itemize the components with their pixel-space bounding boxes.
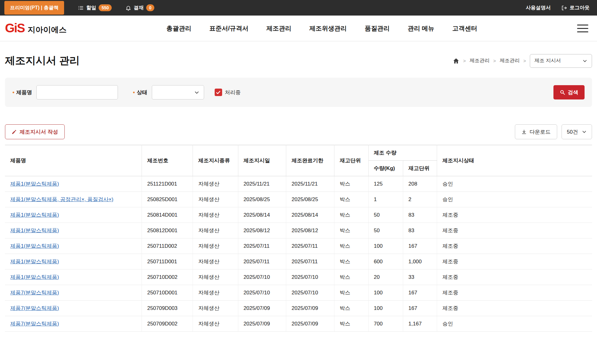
todo-menu[interactable]: 할일 550 bbox=[78, 4, 111, 11]
cell-order-date: 2025/07/09 bbox=[238, 301, 286, 316]
breadcrumb-separator: > bbox=[463, 58, 466, 63]
download-button[interactable]: 다운로드 bbox=[515, 124, 557, 139]
cell-qty-unit: 167 bbox=[403, 301, 437, 316]
cell-stock-unit: 박스 bbox=[334, 192, 368, 207]
nav-item-standards[interactable]: 표준서/규격서 bbox=[209, 24, 249, 33]
approval-menu[interactable]: 결재 0 bbox=[125, 4, 154, 11]
breadcrumb-page-select[interactable]: 제조 지시서 bbox=[530, 54, 592, 68]
topbar: 프리미엄(PT) | 총괄책 할일 550 결재 0 사용설명서 bbox=[0, 0, 597, 16]
logout-link[interactable]: 로그아웃 bbox=[561, 5, 590, 11]
approval-label: 결재 bbox=[134, 5, 144, 11]
cell-order-date: 2025/11/21 bbox=[238, 176, 286, 192]
processing-checkbox-wrap[interactable]: 처리중 bbox=[215, 89, 241, 96]
cell-status: 승인 bbox=[437, 316, 592, 332]
cell-qty-unit: 167 bbox=[403, 285, 437, 301]
logo-name: 지아이에스 bbox=[28, 25, 67, 35]
col-header-qty-unit: 재고단위 bbox=[403, 161, 437, 176]
product-link[interactable]: 제품1(분말스틱제품) bbox=[10, 228, 59, 233]
nav-item-quality[interactable]: 품질관리 bbox=[365, 24, 389, 33]
cell-order-type: 자체생산 bbox=[193, 301, 238, 316]
product-name-input[interactable] bbox=[36, 85, 118, 99]
premium-badge[interactable]: 프리미엄(PT) | 총괄책 bbox=[4, 1, 64, 15]
cell-order-no: 250812D001 bbox=[142, 223, 193, 238]
col-header-stock-unit: 재고단위 bbox=[334, 145, 368, 176]
nav-item-hygiene[interactable]: 제조위생관리 bbox=[309, 24, 347, 33]
cell-due-date: 2025/07/09 bbox=[286, 316, 334, 332]
status-select[interactable] bbox=[152, 85, 204, 99]
cell-qty-kg: 50 bbox=[368, 223, 403, 238]
hamburger-menu-icon[interactable] bbox=[577, 25, 588, 32]
cell-order-date: 2025/07/09 bbox=[238, 316, 286, 332]
product-link[interactable]: 제품1(분말스틱제품) bbox=[10, 243, 59, 249]
col-header-status: 제조지시상태 bbox=[437, 145, 592, 176]
cell-due-date: 2025/07/09 bbox=[286, 301, 334, 316]
table-row: 제품7(분말스틱제품)250709D002자체생산2025/07/092025/… bbox=[5, 316, 592, 332]
product-link[interactable]: 제품1(분말스틱제품) bbox=[10, 259, 59, 265]
cell-stock-unit: 박스 bbox=[334, 176, 368, 192]
logo[interactable]: GiS 지아이에스 bbox=[5, 22, 67, 35]
cell-qty-kg: 125 bbox=[368, 176, 403, 192]
manual-link[interactable]: 사용설명서 bbox=[526, 5, 551, 11]
product-link[interactable]: 제품7(분말스틱제품) bbox=[10, 290, 59, 296]
product-link[interactable]: 제품7(분말스틱제품) bbox=[10, 305, 59, 311]
cell-due-date: 2025/07/11 bbox=[286, 238, 334, 254]
cell-stock-unit: 박스 bbox=[334, 238, 368, 254]
page-size-select[interactable]: 50건 bbox=[562, 124, 592, 139]
nav-item-manufacturing[interactable]: 제조관리 bbox=[266, 24, 291, 33]
cell-stock-unit: 박스 bbox=[334, 270, 368, 285]
nav-item-admin[interactable]: 관리 메뉴 bbox=[408, 24, 434, 33]
cell-qty-kg: 100 bbox=[368, 238, 403, 254]
product-name-label: • 제품명 bbox=[12, 89, 32, 96]
cell-qty-unit: 83 bbox=[403, 207, 437, 223]
cell-order-date: 2025/08/12 bbox=[238, 223, 286, 238]
nav-item-support[interactable]: 고객센터 bbox=[452, 24, 477, 33]
cell-qty-unit: 83 bbox=[403, 223, 437, 238]
cell-qty-unit: 167 bbox=[403, 238, 437, 254]
cell-product: 제품1(분말스틱제품) bbox=[5, 207, 142, 223]
cell-order-no: 250711D001 bbox=[142, 254, 193, 270]
search-button[interactable]: 검색 bbox=[553, 85, 585, 99]
cell-product: 제품7(분말스틱제품) bbox=[5, 316, 142, 332]
cell-order-no: 250814D001 bbox=[142, 207, 193, 223]
product-link[interactable]: 제품1(분말스틱제품) bbox=[10, 181, 59, 187]
toolbar: 제조지시서 작성 다운로드 50건 bbox=[5, 124, 592, 139]
cell-product: 제품1(분말스틱제품) bbox=[5, 223, 142, 238]
pencil-icon bbox=[12, 129, 17, 135]
cell-qty-kg: 100 bbox=[368, 301, 403, 316]
home-icon[interactable] bbox=[453, 58, 459, 64]
required-dot: • bbox=[133, 90, 135, 95]
create-order-button[interactable]: 제조지시서 작성 bbox=[5, 124, 65, 139]
filter-bar: • 제품명 • 상태 처리중 검색 bbox=[5, 78, 592, 107]
cell-product: 제품1(분말스틱제품, 공정관리×, 품질검사×) bbox=[5, 192, 142, 207]
processing-checkbox[interactable] bbox=[215, 89, 222, 96]
cell-order-no: 250710D001 bbox=[142, 285, 193, 301]
col-header-order-date: 제조지시일 bbox=[238, 145, 286, 176]
cell-order-no: 250711D002 bbox=[142, 238, 193, 254]
product-link[interactable]: 제품1(분말스틱제품) bbox=[10, 212, 59, 218]
product-link[interactable]: 제품1(분말스틱제품) bbox=[10, 274, 59, 280]
logo-mark: GiS bbox=[5, 22, 25, 34]
orders-table: 제품명 제조번호 제조지시종류 제조지시일 제조완료기한 재고단위 제조 수량 … bbox=[5, 145, 592, 332]
cell-status: 제조중 bbox=[437, 301, 592, 316]
col-header-qty-group: 제조 수량 bbox=[368, 145, 437, 161]
cell-qty-unit: 33 bbox=[403, 270, 437, 285]
table-row: 제품1(분말스틱제품, 공정관리×, 품질검사×)250825D001자체생산2… bbox=[5, 192, 592, 207]
cell-qty-kg: 20 bbox=[368, 270, 403, 285]
cell-due-date: 2025/07/10 bbox=[286, 270, 334, 285]
cell-due-date: 2025/07/10 bbox=[286, 285, 334, 301]
cell-order-type: 자체생산 bbox=[193, 270, 238, 285]
cell-order-type: 자체생산 bbox=[193, 223, 238, 238]
cell-order-type: 자체생산 bbox=[193, 238, 238, 254]
breadcrumb-item-2[interactable]: 제조관리 bbox=[500, 58, 520, 64]
product-link[interactable]: 제품7(분말스틱제품) bbox=[10, 321, 59, 327]
cell-order-type: 자체생산 bbox=[193, 316, 238, 332]
breadcrumb-item-1[interactable]: 제조관리 bbox=[469, 58, 489, 64]
product-link[interactable]: 제품1(분말스틱제품, 공정관리×, 품질검사×) bbox=[10, 196, 114, 202]
cell-stock-unit: 박스 bbox=[334, 301, 368, 316]
cell-qty-kg: 50 bbox=[368, 207, 403, 223]
approval-count-badge: 0 bbox=[146, 4, 154, 11]
nav-item-general[interactable]: 총괄관리 bbox=[166, 24, 191, 33]
table-row: 제품1(분말스틱제품)250814D001자체생산2025/08/142025/… bbox=[5, 207, 592, 223]
col-header-qty-kg: 수량(Kg) bbox=[368, 161, 403, 176]
cell-order-no: 251121D001 bbox=[142, 176, 193, 192]
